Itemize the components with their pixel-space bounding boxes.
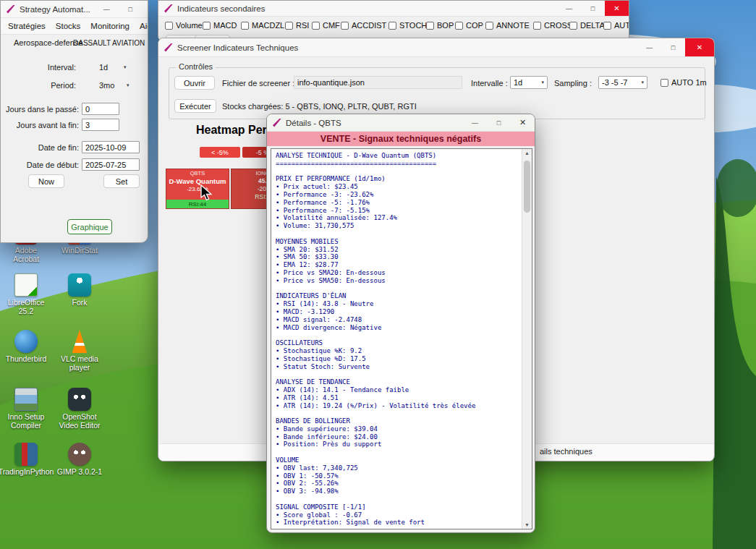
desktop-icon-thunderbird[interactable]: Thunderbird (3, 330, 49, 364)
checkbox-box (569, 22, 577, 30)
screener-file-input[interactable]: info-quantique.json (294, 76, 462, 89)
desktop-icon-inno-setup[interactable]: Inno Setup Compiler (3, 388, 49, 430)
checkbox-box (285, 22, 293, 30)
start-date-input[interactable]: 2025-07-25 (82, 158, 140, 171)
gimp-icon (68, 443, 91, 466)
minimize-icon[interactable]: — (557, 1, 581, 16)
checkbox-cmf[interactable]: CMF (312, 21, 340, 30)
desktop-icon-gimp[interactable]: GIMP 3.0.2-1 (56, 443, 103, 477)
interval-combobox[interactable]: 1d▾ (510, 76, 548, 89)
execute-button[interactable]: Exécuter (174, 99, 216, 113)
checkbox-label: DELTA (580, 21, 605, 30)
tradinginpython-icon (14, 443, 38, 466)
close-icon[interactable]: ✕ (685, 38, 714, 56)
days-past-input[interactable]: 0 (82, 103, 119, 115)
maximize-icon[interactable]: □ (119, 1, 143, 17)
desktop-icon-tradinginpython[interactable]: TradingInPython (3, 443, 49, 477)
close-icon[interactable]: ✕ (511, 114, 535, 131)
days-end-label: Jours avant la fin: (1, 121, 79, 129)
checkbox-label: STOCH (399, 21, 427, 30)
start-date-label: Date de début: (1, 161, 79, 169)
details-window-title: Détails - QBTS (286, 119, 341, 127)
sell-signal-banner: VENTE - Signaux techniques négatifs (267, 132, 535, 146)
interval-label: Intervalle : (471, 79, 508, 88)
close-icon[interactable]: ✕ (143, 1, 148, 17)
checkbox-box (533, 22, 541, 30)
period-value[interactable]: 3mo (99, 81, 114, 90)
chevron-down-icon[interactable]: ▾ (127, 82, 129, 88)
indicators-window-title: Indicateurs secondaires (177, 4, 265, 13)
checkbox-cop[interactable]: COP (455, 21, 483, 30)
checkbox-label: MACDZL (252, 21, 284, 30)
open-button[interactable]: Ouvrir (174, 76, 215, 90)
fork-icon (68, 273, 91, 297)
minimize-icon[interactable]: — (463, 114, 487, 131)
menu-stocks[interactable]: Stocks (56, 22, 81, 30)
close-icon[interactable]: ✕ (605, 1, 629, 16)
indicators-window-titlebar[interactable]: Indicateurs secondaires — □ ✕ (158, 1, 629, 17)
controls-group-label: Contrôles (176, 62, 216, 71)
maximize-icon[interactable]: □ (581, 1, 605, 16)
checkbox-label: BOP (437, 21, 454, 30)
details-window-titlebar[interactable]: Détails - QBTS — □ ✕ (267, 114, 535, 132)
heatmap-tile-qbts[interactable]: QBTS D-Wave Quantum -23.62% RSI:44 (166, 169, 229, 209)
checkbox-rsi[interactable]: RSI (285, 21, 309, 30)
maximize-icon[interactable]: □ (487, 114, 511, 131)
menu-monitoring[interactable]: Monitoring (90, 22, 129, 30)
checkbox-volume[interactable]: Volume (165, 21, 203, 30)
menu-aide[interactable]: Aide (140, 22, 148, 30)
tile-performance: -23.62% (187, 186, 208, 192)
checkbox-accdist[interactable]: ACCDIST (341, 21, 386, 30)
desktop-icon-label: TradingInPython (0, 468, 54, 477)
checkbox-label: AUTO 1m (671, 78, 707, 87)
desktop-icon-openshot[interactable]: OpenShot Video Editor (56, 388, 103, 430)
auto-1m-checkbox[interactable]: AUTO 1m (661, 78, 707, 87)
interval-value[interactable]: 1d (99, 63, 108, 72)
tile-ticker: QBTS (190, 170, 205, 176)
checkbox-box (603, 22, 611, 30)
desktop-icon-vlc[interactable]: VLC media player (56, 330, 103, 372)
heatmap-title: Heatmap Perf (196, 124, 271, 137)
screener-window-titlebar[interactable]: Screener Indicateurs Techniques — □ ✕ (158, 38, 714, 57)
scrollbar-thumb[interactable] (524, 161, 530, 213)
screener-window-title: Screener Indicateurs Techniques (177, 43, 298, 52)
days-past-label: Jours dans le passé: (1, 105, 79, 114)
checkbox-label: AUTO (614, 21, 629, 30)
strategy-window-titlebar[interactable]: Strategy Automat... — □ ✕ (1, 1, 148, 18)
checkbox-bop[interactable]: BOP (426, 21, 454, 30)
menu-strategies[interactable]: Stratégies (8, 22, 46, 30)
desktop-icon-libreoffice[interactable]: LibreOffice 25.2 (3, 273, 49, 315)
desktop-icon-label: LibreOffice 25.2 (3, 299, 49, 315)
chevron-down-icon[interactable]: ▾ (124, 64, 127, 70)
checkbox-cross[interactable]: CROSS (533, 21, 572, 30)
legend-chip-lt-minus5: < -5% (200, 147, 240, 158)
scroll-up-icon[interactable]: ▲ (522, 150, 532, 156)
stocks-loaded-label: Stocks chargées: 5 - QBTS, IONQ, PLTR, Q… (222, 102, 417, 111)
sampling-value: -3 -5 -7 (602, 78, 627, 87)
end-date-input[interactable]: 2025-10-09 (82, 141, 140, 153)
checkbox-auto[interactable]: AUTO (603, 21, 629, 30)
maximize-icon[interactable]: □ (661, 38, 685, 56)
graphique-button[interactable]: Graphique (67, 219, 112, 234)
checkbox-stoch[interactable]: STOCH (388, 21, 427, 30)
checkbox-macd[interactable]: MACD (203, 21, 237, 30)
interval-label: Interval: (1, 63, 76, 72)
desktop-icon-fork[interactable]: Fork (56, 273, 103, 307)
checkbox-macdzl[interactable]: MACDZL (241, 21, 284, 30)
minimize-icon[interactable]: — (637, 38, 661, 56)
days-end-input[interactable]: 3 (82, 119, 119, 131)
sampling-combobox[interactable]: -3 -5 -7▾ (598, 76, 647, 89)
controls-groupbox (169, 67, 705, 119)
checkbox-delta[interactable]: DELTA (569, 21, 605, 30)
set-button[interactable]: Set (103, 174, 140, 188)
now-button[interactable]: Now (28, 174, 64, 188)
checkbox-box (241, 22, 249, 30)
checkbox-annote[interactable]: ANNOTE (485, 21, 530, 30)
scroll-down-icon[interactable]: ▼ (522, 522, 532, 527)
desktop-icon-label: WinDirStat (61, 247, 98, 255)
chevron-down-icon: ▾ (541, 80, 544, 85)
report-scrollbar[interactable]: ▲ ▼ (522, 149, 532, 529)
minimize-icon[interactable]: — (95, 1, 119, 17)
company-label[interactable]: DASSAULT AVIATION (73, 39, 144, 47)
checkbox-box (455, 22, 463, 30)
